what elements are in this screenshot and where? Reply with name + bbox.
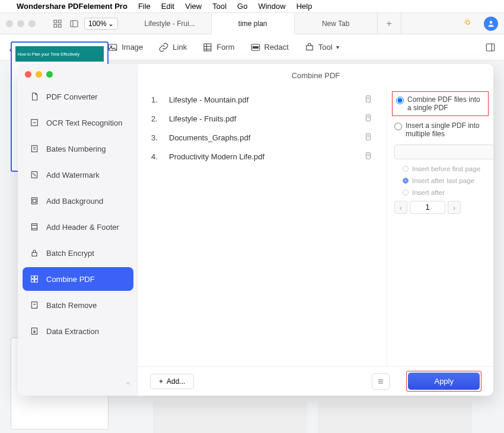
sidebar-item-watermark[interactable]: Add Watermark	[23, 163, 133, 187]
window-close-dot[interactable]	[6, 20, 13, 27]
file-row[interactable]: 3. Documents_Graphs.pdf	[151, 128, 374, 147]
subopt-after-last: Insert after last page	[394, 175, 486, 187]
list-menu-button[interactable]	[372, 373, 390, 390]
window-max-dot[interactable]	[28, 20, 36, 27]
ribbon-form[interactable]: Form	[202, 42, 234, 53]
page-range-icon[interactable]	[364, 95, 374, 104]
tab-add-button[interactable]: +	[378, 13, 401, 34]
svg-rect-33	[31, 276, 34, 279]
svg-rect-19	[307, 46, 313, 50]
options-panel: Combine PDF files into a single PDF Inse…	[387, 86, 493, 366]
radio-before-first	[403, 166, 409, 172]
file-index: 3.	[151, 133, 169, 142]
dialog-sidebar: PDF Converter OCR Text Recognition Bates…	[18, 64, 138, 396]
window-toolbar: 100% ⌄ Lifestyle - Frui... time plan New…	[0, 13, 504, 34]
svg-rect-0	[54, 20, 57, 23]
svg-rect-2	[54, 24, 57, 27]
sidebar-item-pdf-converter[interactable]: PDF Converter	[23, 85, 133, 108]
apply-highlight: Apply	[406, 371, 481, 392]
tab-lifestyle-fruits[interactable]: Lifestyle - Frui...	[129, 13, 212, 34]
plus-icon: +	[159, 377, 163, 386]
background-content	[153, 402, 472, 433]
radio-after-last	[403, 178, 409, 184]
insert-file-field	[394, 145, 493, 159]
grid-view-icon[interactable]	[51, 17, 64, 30]
menu-edit[interactable]: Edit	[161, 2, 174, 11]
sidebar-item-header-footer[interactable]: Add Header & Footer	[23, 215, 133, 239]
dialog-max-dot[interactable]	[46, 71, 53, 78]
option-combine-single[interactable]: Combine PDF files into a single PDF	[392, 91, 489, 116]
page-range-icon[interactable]	[364, 152, 374, 161]
radio-insert-multiple[interactable]	[394, 123, 402, 130]
file-row[interactable]: 2. Lifestyle - Fruits.pdf	[151, 109, 374, 128]
ribbon-redact[interactable]: Redact	[250, 42, 289, 53]
app-name[interactable]: Wondershare PDFelement Pro	[17, 2, 127, 11]
menu-go[interactable]: Go	[237, 2, 247, 11]
svg-point-6	[466, 21, 470, 24]
dialog-main: Combine PDF 1. Lifestyle - Mountain.pdf …	[138, 64, 493, 396]
radio-combine-single[interactable]	[396, 97, 404, 104]
sidebar-item-bates[interactable]: Bates Numbering	[23, 137, 133, 161]
sidebar-item-batch-encrypt[interactable]: Batch Encrypt	[23, 241, 133, 265]
file-name: Lifestyle - Mountain.pdf	[169, 95, 364, 104]
svg-rect-29	[31, 224, 37, 230]
page-next-button: ›	[448, 201, 461, 214]
page-prev-button: ‹	[394, 201, 407, 214]
option-insert-multiple[interactable]: Insert a single PDF into multiple files	[394, 118, 486, 141]
dialog-title: Combine PDF	[138, 64, 493, 86]
zoom-value: 100%	[88, 20, 107, 28]
sidebar-item-background[interactable]: Add Background	[23, 189, 133, 213]
page-number-stepper: ‹ ›	[394, 201, 486, 214]
page-range-icon[interactable]	[364, 133, 374, 142]
user-avatar[interactable]	[484, 17, 498, 31]
svg-rect-20	[486, 44, 495, 51]
tab-new[interactable]: New Tab	[295, 13, 378, 34]
svg-rect-13	[204, 44, 211, 51]
page-range-icon[interactable]	[364, 114, 374, 123]
file-row[interactable]: 1. Lifestyle - Mountain.pdf	[151, 90, 374, 109]
page-number-input	[410, 201, 445, 214]
file-index: 4.	[151, 152, 169, 161]
sidebar-item-batch-remove[interactable]: Batch Remove	[23, 293, 133, 317]
add-file-button[interactable]: + Add...	[150, 374, 194, 389]
tab-time-plan[interactable]: time plan	[212, 13, 295, 34]
file-name: Documents_Graphs.pdf	[169, 133, 364, 142]
sidebar-collapse-handle[interactable]: «	[23, 377, 133, 389]
ribbon-tool[interactable]: Tool▾	[304, 42, 339, 53]
ribbon-image[interactable]: Image	[107, 42, 143, 53]
menu-tool[interactable]: Tool	[212, 2, 227, 11]
dialog-footer: + Add... Apply	[138, 366, 493, 396]
menu-help[interactable]: Help	[296, 2, 312, 11]
ribbon-link[interactable]: Link	[158, 42, 187, 53]
subopt-before-first: Insert before first page	[394, 163, 486, 175]
dialog-close-dot[interactable]	[25, 71, 31, 78]
combine-pdf-dialog: PDF Converter OCR Text Recognition Bates…	[18, 64, 493, 396]
tips-icon[interactable]	[462, 17, 473, 30]
apply-button[interactable]: Apply	[408, 373, 480, 390]
menu-file[interactable]: File	[138, 2, 151, 11]
file-name: Productivity Modern Life.pdf	[169, 152, 364, 161]
subopt-after-page: Insert after	[394, 187, 486, 198]
file-row[interactable]: 4. Productivity Modern Life.pdf	[151, 147, 374, 166]
thumb-title-band: How to Plan your Time Effectively	[15, 46, 104, 62]
zoom-dropdown[interactable]: 100% ⌄	[84, 18, 118, 30]
sidebar-item-combine-pdf[interactable]: Combine PDF	[23, 267, 133, 291]
sidebar-toggle-icon[interactable]	[68, 17, 81, 30]
svg-rect-32	[32, 252, 37, 256]
radio-after-page	[403, 190, 409, 195]
dialog-traffic-lights	[23, 71, 133, 84]
file-name: Lifestyle - Fruits.pdf	[169, 114, 364, 123]
svg-point-10	[490, 21, 493, 24]
window-min-dot[interactable]	[17, 20, 24, 27]
menu-view[interactable]: View	[185, 2, 202, 11]
menu-window[interactable]: Window	[258, 2, 285, 11]
dialog-min-dot[interactable]	[36, 71, 42, 78]
sidebar-item-data-extraction[interactable]: Data Extraction	[23, 319, 133, 343]
ribbon-panel-icon[interactable]	[485, 42, 496, 53]
mac-menubar: Wondershare PDFelement Pro File Edit Vie…	[0, 0, 504, 13]
chevron-down-icon: ⌄	[108, 20, 114, 28]
sidebar-item-ocr[interactable]: OCR Text Recognition	[23, 111, 133, 134]
svg-rect-36	[35, 280, 38, 283]
svg-rect-28	[33, 199, 36, 202]
svg-line-9	[465, 20, 466, 20]
